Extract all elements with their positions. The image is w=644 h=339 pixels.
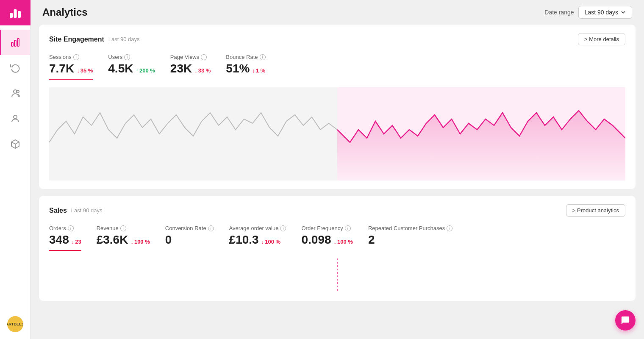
logo-icon <box>8 6 22 19</box>
pageviews-change: ↓ 33 % <box>194 67 211 74</box>
orders-underline <box>49 250 81 251</box>
repeatedpurchases-info-icon[interactable]: i <box>447 225 452 231</box>
metric-order-frequency: Order Frequency i 0.098 ↓ 100 % <box>301 225 353 251</box>
repeatedpurchases-value: 2 <box>368 233 375 247</box>
users-value: 4.5K <box>108 62 133 75</box>
orderfreq-change: ↓ 100 % <box>334 239 353 245</box>
more-details-button[interactable]: > More details <box>578 33 625 45</box>
users-change: ↑ 200 % <box>136 67 155 74</box>
sidebar-item-products[interactable] <box>0 131 30 157</box>
main-content: Analytics Date range Last 90 days Site E… <box>31 0 644 339</box>
svg-rect-3 <box>11 42 13 46</box>
bouncerate-value: 51% <box>226 62 250 75</box>
sessions-underline <box>49 79 93 80</box>
chat-bubble[interactable] <box>615 310 636 331</box>
svg-rect-0 <box>10 13 13 18</box>
conversion-value: 0 <box>165 233 172 247</box>
sessions-value: 7.7K <box>49 62 74 75</box>
metric-repeated-purchases: Repeated Customer Purchases i 2 <box>368 225 452 251</box>
sidebar-item-refresh[interactable] <box>0 55 30 81</box>
metric-page-views: Page Views i 23K ↓ 33 % <box>170 54 211 80</box>
sales-subtitle: Last 90 days <box>71 207 103 214</box>
sales-card: Sales Last 90 days > Product analytics O… <box>39 196 636 301</box>
metric-orders: Orders i 348 ↓ 23 <box>49 225 81 251</box>
sidebar-bottom: ARTBEES <box>0 309 30 339</box>
metric-conversion-rate: Conversion Rate i 0 <box>165 225 214 251</box>
sessions-change: ↓ 35 % <box>77 67 93 74</box>
sales-chart <box>49 258 625 292</box>
orders-value: 348 <box>49 233 69 247</box>
sessions-info-icon[interactable]: i <box>73 54 79 60</box>
bouncerate-info-icon[interactable]: i <box>260 54 266 60</box>
revenue-info-icon[interactable]: i <box>120 225 126 231</box>
sidebar: ARTBEES <box>0 0 31 339</box>
aov-value: £10.3 <box>229 233 259 247</box>
profile-icon <box>10 114 20 124</box>
avatar[interactable]: ARTBEES <box>7 316 23 332</box>
sidebar-logo[interactable] <box>0 0 31 25</box>
header-controls: Date range Last 90 days <box>544 6 632 19</box>
users-info-icon[interactable]: i <box>124 54 130 60</box>
products-icon <box>10 139 20 149</box>
site-engagement-subtitle: Last 90 days <box>108 36 140 42</box>
metric-bounce-rate: Bounce Rate i 51% ↓ 1 % <box>226 54 265 80</box>
site-engagement-header: Site Engagement Last 90 days > More deta… <box>49 33 625 45</box>
metric-avg-order-value: Average order value i £10.3 ↓ 100 % <box>229 225 286 251</box>
refresh-icon <box>10 63 20 73</box>
audience-icon <box>10 88 20 98</box>
page-header: Analytics Date range Last 90 days <box>31 0 644 25</box>
metric-users: Users i 4.5K ↑ 200 % <box>108 54 155 80</box>
sales-metrics: Orders i 348 ↓ 23 Revenue i £3.6K ↓ 100 … <box>49 225 625 251</box>
svg-rect-4 <box>14 40 16 46</box>
product-analytics-button[interactable]: > Product analytics <box>566 204 625 217</box>
sales-header: Sales Last 90 days > Product analytics <box>49 204 625 217</box>
date-range-label: Date range <box>544 9 574 16</box>
date-range-select[interactable]: Last 90 days <box>578 6 632 19</box>
pageviews-value: 23K <box>170 62 192 75</box>
chat-icon <box>621 316 630 325</box>
page-title: Analytics <box>42 6 88 18</box>
svg-rect-9 <box>49 87 337 181</box>
orders-change: ↓ 23 <box>72 239 81 245</box>
orderfreq-value: 0.098 <box>301 233 331 247</box>
revenue-value: £3.6K <box>97 233 128 247</box>
chevron-down-icon <box>621 10 626 15</box>
bouncerate-change: ↓ 1 % <box>252 67 265 74</box>
orderfreq-info-icon[interactable]: i <box>345 225 351 231</box>
site-engagement-metrics: Sessions i 7.7K ↓ 35 % Users i 4.5K ↑ 20… <box>49 54 625 80</box>
svg-rect-1 <box>14 9 17 18</box>
svg-point-8 <box>14 115 17 119</box>
pageviews-info-icon[interactable]: i <box>201 54 207 60</box>
revenue-change: ↓ 100 % <box>130 239 150 245</box>
metric-sessions: Sessions i 7.7K ↓ 35 % <box>49 54 93 80</box>
aov-change: ↓ 100 % <box>261 239 280 245</box>
svg-point-7 <box>17 90 19 93</box>
sidebar-navigation <box>0 25 30 309</box>
site-engagement-card: Site Engagement Last 90 days > More deta… <box>39 25 636 189</box>
conversion-info-icon[interactable]: i <box>208 225 214 231</box>
aov-info-icon[interactable]: i <box>280 225 286 231</box>
sidebar-item-profile[interactable] <box>0 106 30 131</box>
site-engagement-title: Site Engagement <box>49 36 104 43</box>
svg-rect-2 <box>18 11 21 18</box>
sidebar-item-audience[interactable] <box>0 81 30 106</box>
sales-title: Sales <box>49 207 67 214</box>
site-engagement-chart <box>49 87 625 181</box>
sidebar-item-analytics[interactable] <box>0 30 30 55</box>
metric-revenue: Revenue i £3.6K ↓ 100 % <box>97 225 150 251</box>
analytics-icon <box>10 37 20 47</box>
svg-rect-5 <box>17 39 19 46</box>
orders-info-icon[interactable]: i <box>68 225 74 231</box>
